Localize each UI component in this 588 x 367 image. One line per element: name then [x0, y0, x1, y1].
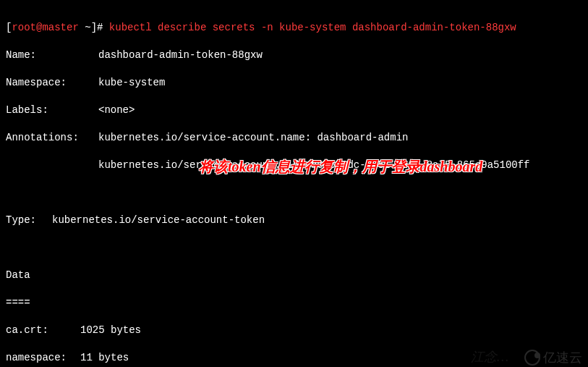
ca-crt-key: ca.crt: [6, 324, 80, 337]
terminal-output: [root@master ~]# kubectl describe secret… [6, 7, 582, 367]
cloud-logo-icon [524, 350, 540, 366]
namespace-bytes-key: namespace: [6, 351, 80, 365]
type-key: Type: [6, 214, 52, 227]
watermark-brand-text: 亿速云 [543, 351, 582, 365]
labels-key: Labels: [6, 104, 98, 117]
field-annotations: Annotations:kubernetes.io/service-accoun… [6, 131, 582, 145]
field-ca-crt: ca.crt:1025 bytes [6, 324, 582, 337]
watermark-signature: 江念… [471, 350, 508, 364]
namespace-bytes-value: 11 bytes [80, 352, 129, 363]
field-name: Name:dashboard-admin-token-88gxw [6, 48, 582, 62]
prompt-user-host: root@master [12, 22, 78, 33]
field-namespace: Namespace:kube-system [6, 76, 582, 90]
annotations-key: Annotations: [6, 131, 98, 145]
name-key: Name: [6, 48, 98, 62]
watermark-brand: 亿速云 [524, 350, 582, 366]
type-value: kubernetes.io/service-account-token [52, 214, 265, 226]
data-divider: ==== [6, 296, 582, 310]
namespace-value: kube-system [98, 77, 165, 88]
blank-line [6, 186, 582, 200]
data-header: Data [6, 269, 582, 282]
ca-crt-value: 1025 bytes [80, 324, 141, 336]
command-line: [root@master ~]# kubectl describe secret… [6, 21, 582, 35]
annotations-value-1: kubernetes.io/service-account.name: dash… [98, 132, 408, 143]
name-value: dashboard-admin-token-88gxw [98, 49, 263, 61]
field-labels: Labels:<none> [6, 104, 582, 117]
namespace-key: Namespace: [6, 76, 98, 90]
annotation-overlay: 将该token信息进行复制，用于登录dashboard [199, 160, 482, 174]
command-text: kubectl describe secrets -n kube-system … [109, 22, 516, 33]
field-type: Type:kubernetes.io/service-account-token [6, 214, 582, 227]
labels-value: <none> [98, 104, 135, 116]
prompt-path: ~ [79, 22, 91, 33]
prompt-close: ]# [91, 22, 109, 33]
blank-line [6, 241, 582, 255]
